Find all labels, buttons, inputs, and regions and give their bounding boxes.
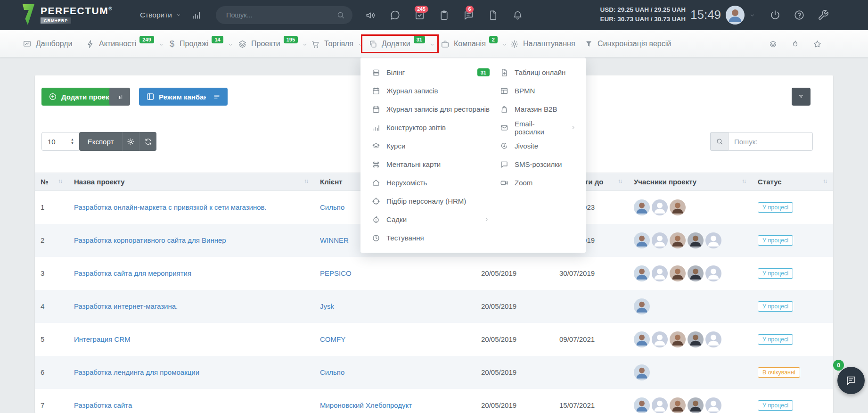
wrench-icon[interactable] — [818, 9, 829, 21]
row-number: 3 — [35, 257, 68, 290]
menu-item-b2b-shop[interactable]: Магазин B2B — [500, 100, 576, 118]
currency-rates: USD: 29.25 UAH / 29.25 UAH EUR: 30.73 UA… — [542, 5, 686, 24]
project-link[interactable]: Разработка интернет-магазина. — [74, 302, 178, 310]
document-button[interactable] — [488, 10, 499, 21]
global-search-input[interactable] — [226, 11, 336, 19]
client-link[interactable]: WINNER — [320, 236, 349, 244]
chevron-down-icon — [228, 42, 233, 48]
participant-avatar — [705, 232, 721, 248]
page-size-select[interactable]: 10 ▲▼ — [41, 132, 80, 151]
table-search-button[interactable] — [710, 132, 728, 151]
nav-label: Синхронізація версій — [598, 40, 671, 48]
project-link[interactable]: Разработка лендинга для промоакции — [74, 368, 199, 376]
chat-widget-button[interactable] — [837, 367, 865, 394]
client-link[interactable]: Сильпо — [320, 203, 344, 211]
chevron-down-icon — [429, 42, 435, 48]
star-icon[interactable] — [813, 40, 822, 49]
user-avatar[interactable] — [726, 6, 745, 25]
menu-item-courses[interactable]: Курси — [372, 137, 490, 155]
nav-item-activities[interactable]: Активності249 — [86, 30, 164, 58]
tasks-button[interactable]: 245 — [414, 10, 425, 21]
stack-icon[interactable] — [769, 40, 778, 49]
project-link[interactable]: Разработка сайта — [74, 401, 132, 409]
project-link[interactable]: Разработка корпоративного сайта для Винн… — [74, 236, 226, 244]
status-badge: В очікуванні — [758, 367, 800, 378]
client-link[interactable]: COMFY — [320, 335, 345, 343]
menu-item-zoom[interactable]: Zoom — [500, 173, 576, 192]
filter-button[interactable] — [792, 88, 811, 106]
chart-view-button[interactable] — [109, 88, 130, 106]
addons-dropdown-menu: Білінг31Журнал записівЖурнал записів для… — [360, 58, 586, 253]
menu-item-billing[interactable]: Білінг31 — [372, 63, 490, 82]
add-project-button[interactable]: Додати проект — [41, 88, 120, 106]
menu-item-kindergartens[interactable]: Садки — [372, 210, 490, 229]
menu-item-email-campaigns[interactable]: Email-розсилки — [500, 118, 576, 137]
nav-item-trade[interactable]: Торгівля — [311, 30, 363, 58]
chat-bubble-button[interactable] — [390, 10, 401, 21]
chevron-down-icon[interactable] — [749, 12, 755, 18]
clipboard-button[interactable] — [439, 10, 450, 21]
brand-logo[interactable]: PERFECTUM® CRM+ERP — [21, 3, 112, 26]
participant-avatar — [670, 331, 686, 347]
nav-item-company[interactable]: Компанія2 — [441, 30, 508, 58]
nav-item-settings[interactable]: Налаштування — [510, 30, 575, 58]
row-number: 1 — [35, 191, 68, 224]
bell-button[interactable] — [512, 10, 523, 21]
calendar-icon — [372, 87, 380, 95]
list-view-button[interactable] — [206, 88, 228, 106]
menu-item-label: Курси — [386, 142, 405, 150]
nav-item-addons[interactable]: Додатки31 — [368, 30, 435, 58]
refresh-button[interactable] — [139, 132, 156, 151]
kanban-mode-button[interactable]: Режим канбан — [139, 88, 215, 106]
client-link[interactable]: Мироновский Хлебопродукт — [320, 401, 412, 409]
nav-item-projects[interactable]: Проекти195 — [238, 30, 308, 58]
clock: 15:49 — [690, 8, 721, 22]
column-header[interactable]: Назва проекту↑↓ — [68, 173, 314, 191]
project-link[interactable]: Интеграция CRM — [74, 335, 131, 343]
baby-icon — [372, 215, 380, 224]
nav-item-sales[interactable]: $Продажі14 — [169, 30, 233, 58]
participant-avatar — [634, 265, 650, 281]
menu-item-report-builder[interactable]: Конструктор звітів — [372, 118, 490, 137]
participant-avatar — [652, 331, 668, 347]
menu-item-label: Таблиці онлайн — [515, 68, 565, 76]
menu-item-tables-online[interactable]: Таблиці онлайн — [500, 63, 576, 82]
client-link[interactable]: PEPSICO — [320, 269, 352, 277]
global-search[interactable] — [216, 6, 352, 24]
speaker-button[interactable] — [365, 10, 376, 21]
menu-item-jivosite[interactable]: Jivosite — [500, 137, 576, 155]
flame-icon[interactable] — [791, 40, 800, 49]
count-badge: 2 — [489, 36, 498, 43]
menu-item-sms-campaigns[interactable]: SMS-розсилки — [500, 155, 576, 173]
nav-item-dashboards[interactable]: Дашборди — [23, 30, 72, 58]
create-button[interactable]: Створити — [140, 0, 181, 30]
cloud-arrow-icon — [500, 142, 508, 150]
export-button[interactable]: Експорт — [79, 132, 123, 151]
project-link[interactable]: Разработка онлайн-маркета с привязкой к … — [74, 203, 267, 211]
column-header[interactable]: Статус↑↓ — [752, 173, 833, 191]
menu-item-journal-restaurants[interactable]: Журнал записів для ресторанів — [372, 100, 490, 118]
nav-item-version-sync[interactable]: Синхронізація версій — [584, 30, 671, 58]
chart-shortcut-icon[interactable] — [191, 10, 201, 20]
menu-item-journal[interactable]: Журнал записів — [372, 82, 490, 100]
table-settings-button[interactable] — [123, 132, 139, 151]
menu-item-testing[interactable]: Тестування — [372, 229, 490, 247]
chat-lines-button[interactable]: 6 — [463, 10, 474, 21]
menu-item-mind-maps[interactable]: Ментальні карти — [372, 155, 490, 173]
table-search-input[interactable] — [728, 132, 813, 151]
menu-item-label: Email-розсилки — [515, 120, 564, 136]
menu-item-bpmn[interactable]: BPMN — [500, 82, 576, 100]
column-header[interactable]: Учасники проекту↑↓ — [628, 173, 752, 191]
menu-item-real-estate[interactable]: Нерухомість — [372, 173, 490, 192]
menu-item-label: Нерухомість — [386, 179, 427, 187]
project-link[interactable]: Разработка сайта для мероприятия — [74, 269, 191, 277]
client-link[interactable]: Jysk — [320, 302, 334, 310]
chat-badge: 0 — [833, 360, 844, 371]
clipboard-icon — [439, 10, 450, 21]
client-link[interactable]: Сильпо — [320, 368, 344, 376]
logout-power-icon[interactable] — [770, 9, 781, 21]
participant-avatar — [688, 232, 704, 248]
help-icon[interactable] — [794, 9, 805, 21]
column-header[interactable]: №↑↓ — [35, 173, 68, 191]
menu-item-hrm[interactable]: Підбір персоналу (HRM) — [372, 192, 490, 210]
